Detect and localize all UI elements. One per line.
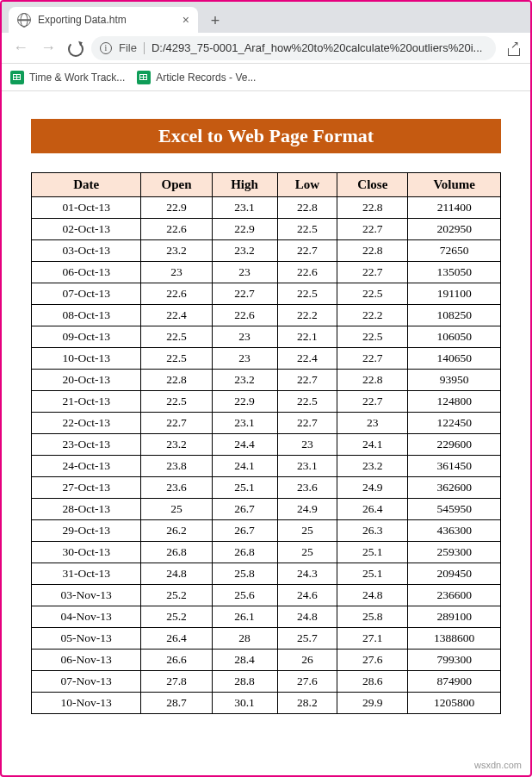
column-header: High <box>212 173 277 197</box>
table-cell: 1388600 <box>408 628 501 650</box>
info-icon[interactable]: i <box>100 42 112 54</box>
table-cell: 06-Nov-13 <box>32 650 141 671</box>
table-cell: 22.7 <box>141 413 212 434</box>
table-cell: 22.7 <box>337 262 408 283</box>
table-cell: 22.9 <box>141 197 212 219</box>
table-cell: 202950 <box>408 219 501 240</box>
table-cell: 24.1 <box>337 434 408 456</box>
table-cell: 22.4 <box>277 348 337 370</box>
column-header: Low <box>277 173 337 197</box>
table-cell: 25 <box>141 499 212 520</box>
table-cell: 25.2 <box>141 606 212 628</box>
column-header: Date <box>32 173 141 197</box>
table-cell: 21-Oct-13 <box>32 391 141 413</box>
back-button[interactable]: ← <box>10 38 31 59</box>
table-cell: 22.8 <box>337 240 408 262</box>
table-cell: 23.1 <box>212 413 277 434</box>
watermark: wsxdn.com <box>474 760 522 770</box>
table-cell: 24.4 <box>212 434 277 456</box>
table-cell: 22.7 <box>337 348 408 370</box>
page-content: Excel to Web Page Format DateOpenHighLow… <box>2 91 530 731</box>
table-cell: 23 <box>337 413 408 434</box>
table-row: 20-Oct-1322.823.222.722.893950 <box>32 370 501 391</box>
table-cell: 26.8 <box>212 542 277 563</box>
table-cell: 02-Oct-13 <box>32 219 141 240</box>
table-cell: 29.9 <box>337 693 408 714</box>
table-cell: 22.7 <box>337 391 408 413</box>
table-cell: 24.8 <box>141 563 212 585</box>
bookmark-time-work[interactable]: Time & Work Track... <box>10 71 125 84</box>
table-row: 24-Oct-1323.824.123.123.2361450 <box>32 456 501 477</box>
table-row: 22-Oct-1322.723.122.723122450 <box>32 413 501 434</box>
table-cell: 22.4 <box>141 305 212 326</box>
address-bar[interactable]: i File D:/4293_75-0001_Araf_how%20to%20c… <box>91 36 496 60</box>
table-cell: 22.5 <box>277 219 337 240</box>
bookmark-label: Article Records - Ve... <box>156 71 256 84</box>
tab-bar: Exporting Data.htm × + <box>2 2 530 33</box>
table-row: 07-Nov-1327.828.827.628.6874900 <box>32 671 501 693</box>
table-cell: 106050 <box>408 326 501 348</box>
new-tab-button[interactable]: + <box>203 9 227 33</box>
table-cell: 03-Oct-13 <box>32 240 141 262</box>
table-row: 10-Nov-1328.730.128.229.91205800 <box>32 693 501 714</box>
table-row: 27-Oct-1323.625.123.624.9362600 <box>32 477 501 499</box>
table-cell: 04-Nov-13 <box>32 606 141 628</box>
table-cell: 1205800 <box>408 693 501 714</box>
table-cell: 361450 <box>408 456 501 477</box>
table-cell: 24.1 <box>212 456 277 477</box>
table-cell: 211400 <box>408 197 501 219</box>
table-cell: 22.9 <box>212 391 277 413</box>
table-cell: 22.5 <box>277 391 337 413</box>
table-cell: 26.3 <box>337 520 408 542</box>
table-cell: 28 <box>212 628 277 650</box>
table-cell: 22.5 <box>337 326 408 348</box>
table-cell: 28.8 <box>212 671 277 693</box>
table-cell: 28.6 <box>337 671 408 693</box>
table-cell: 28.4 <box>212 650 277 671</box>
reload-button[interactable] <box>65 39 84 58</box>
table-cell: 24.6 <box>277 585 337 606</box>
table-cell: 24-Oct-13 <box>32 456 141 477</box>
browser-tab[interactable]: Exporting Data.htm × <box>9 7 198 33</box>
table-cell: 26.7 <box>212 520 277 542</box>
table-row: 08-Oct-1322.422.622.222.2108250 <box>32 305 501 326</box>
table-cell: 30-Oct-13 <box>32 542 141 563</box>
table-cell: 22.2 <box>277 305 337 326</box>
table-cell: 26.8 <box>141 542 212 563</box>
table-row: 30-Oct-1326.826.82525.1259300 <box>32 542 501 563</box>
table-cell: 22.5 <box>277 283 337 305</box>
table-row: 07-Oct-1322.622.722.522.5191100 <box>32 283 501 305</box>
table-row: 10-Oct-1322.52322.422.7140650 <box>32 348 501 370</box>
close-icon[interactable]: × <box>182 13 189 27</box>
bookmark-article-records[interactable]: Article Records - Ve... <box>137 71 256 84</box>
table-cell: 28.2 <box>277 693 337 714</box>
table-cell: 26.4 <box>337 499 408 520</box>
table-cell: 545950 <box>408 499 501 520</box>
table-row: 03-Oct-1323.223.222.722.872650 <box>32 240 501 262</box>
table-cell: 27-Oct-13 <box>32 477 141 499</box>
table-cell: 22.8 <box>337 370 408 391</box>
table-cell: 27.1 <box>337 628 408 650</box>
table-cell: 06-Oct-13 <box>32 262 141 283</box>
table-cell: 23 <box>212 348 277 370</box>
url-scheme: File <box>119 41 137 54</box>
table-cell: 22.1 <box>277 326 337 348</box>
table-cell: 07-Oct-13 <box>32 283 141 305</box>
table-cell: 23.8 <box>141 456 212 477</box>
table-cell: 23.2 <box>141 434 212 456</box>
table-cell: 10-Oct-13 <box>32 348 141 370</box>
table-cell: 23.6 <box>277 477 337 499</box>
table-cell: 22.7 <box>277 413 337 434</box>
forward-button[interactable]: → <box>38 38 59 59</box>
table-cell: 236600 <box>408 585 501 606</box>
table-cell: 874900 <box>408 671 501 693</box>
table-cell: 25 <box>277 542 337 563</box>
table-cell: 23.2 <box>141 240 212 262</box>
table-cell: 23.2 <box>337 456 408 477</box>
table-cell: 22.6 <box>141 283 212 305</box>
tab-title: Exporting Data.htm <box>38 14 176 26</box>
table-cell: 209450 <box>408 563 501 585</box>
share-icon[interactable] <box>506 40 522 56</box>
table-cell: 01-Oct-13 <box>32 197 141 219</box>
table-cell: 25.7 <box>277 628 337 650</box>
